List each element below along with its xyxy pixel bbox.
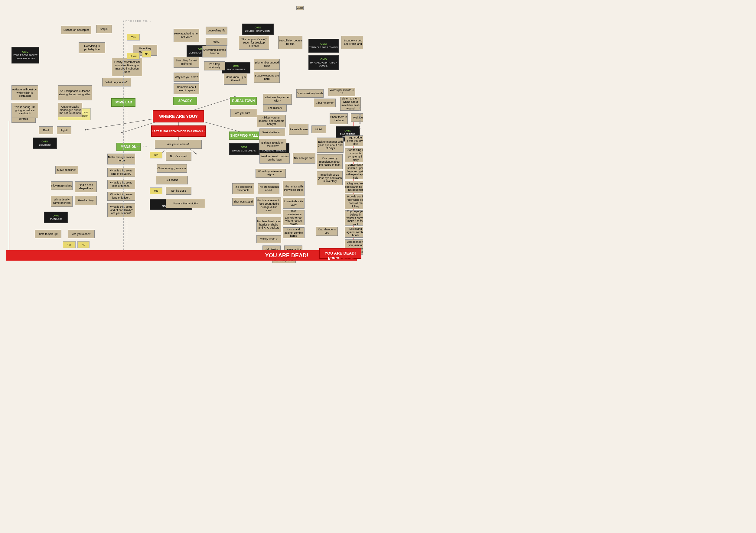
seek-shelter-node: Seek shelter at... — [259, 128, 285, 136]
what-ladder-node: What is this, some kind of ladder? — [107, 192, 135, 201]
what-tunnel-node: What is this, some kind of tunnel? — [107, 180, 135, 189]
no-alone-node: No — [77, 241, 90, 248]
barn-node: Are you in a barn? — [155, 140, 202, 149]
meh-node: Meh... — [206, 38, 228, 46]
provide-comic-node: Provide comic relief while cop does all … — [345, 194, 363, 209]
proceed-line-1 — [123, 20, 124, 250]
conveniently-stumble-node: Conveniently stumble upon large iron gat… — [345, 164, 363, 179]
what-trolly-node: What is this, some kind of hand trolly? … — [107, 203, 135, 217]
motel-node: Motel — [311, 125, 326, 133]
love-life-node: Love of my life — [206, 27, 228, 35]
cop-abandons-node: Cop abandons you — [316, 227, 338, 236]
endearing-couple-node: The endearing old couple — [232, 183, 254, 194]
military-node: The military — [263, 104, 287, 112]
marty-node: You are Marty McFly — [166, 199, 205, 208]
activate-self-destruct-node: Activate self-destruct while villain is … — [12, 85, 38, 100]
barricade-node: Barricade selves in food court, defile O… — [256, 197, 281, 214]
talk-manager-node: Talk to manager with glass eye about End… — [317, 138, 343, 153]
where-are-you-node: WHERE ARE YOU? — [153, 110, 204, 122]
no-shed-node: No, it's a shed — [166, 152, 191, 161]
totally-worth-node: Totally worth it — [256, 235, 281, 243]
janitor-node: The janitor with the walkie-talkie — [283, 181, 305, 196]
dont-want-zombies-node: We don't want zombies on the lawn — [259, 153, 290, 164]
proceed-to-label-1: PROCEED TO... — [125, 20, 151, 22]
zombie-consumers-node: OMG ZOMBIE CONSUMERS! — [229, 143, 259, 155]
parents-house-node: Parents' house — [289, 124, 309, 135]
escape-helicopter-node: Escape on helicopter — [61, 26, 91, 34]
cut-preachy-node: Cut to preachy monologue about the natur… — [58, 103, 82, 117]
omg-zombies1-node: OMG ZOMBIES! — [33, 138, 57, 149]
its-trap-node: It's a trap, obviously — [204, 61, 225, 70]
read-diary-node: Read a diary — [75, 196, 97, 205]
fleshy-monsters-node: Fleshy, asymmetrical monsters floating i… — [112, 58, 142, 76]
fight-node: Fight! — [57, 126, 71, 134]
zombie-honeymoon-node: OMG ZOMBIE HONEYMOON! — [242, 24, 274, 35]
dreamcast-node: Dreamcast keyboards — [296, 89, 324, 98]
disgraced-cop-node: Disgraced ex-cop searching for his daugh… — [345, 181, 363, 193]
flowchart-page: WHERE ARE YOU? LAST THING I REMEMBER IS … — [0, 0, 363, 263]
zombie-lawn-node: Is that a zombie on the lawn? — [259, 139, 286, 150]
listen-life-node: Listen to his life story — [283, 198, 305, 209]
uh-oh-node: Uh-oh — [127, 53, 140, 60]
start-feeling-node: Start feeling ill, chronicle symptoms in… — [345, 148, 363, 162]
space-zombies-node: OMG SPACE ZOMBIES! — [222, 62, 250, 73]
are-you-with-node: Are you with... — [230, 109, 257, 117]
is1943-node: Is it 1943? — [156, 176, 188, 184]
last-stand1-node: Last stand against zombie horde — [345, 227, 363, 238]
shopping-mall-node: SHOPPING MALL — [229, 131, 259, 140]
listen-whine-node: Listen to them whine about inevitable fl… — [340, 97, 361, 111]
omg-puzzles-node: OMG PUZZLES! — [44, 212, 68, 223]
no-escaped-node: No — [142, 51, 151, 57]
time-split-node: Time to split up! — [35, 230, 61, 238]
who-team-up-node: Who do you team up with? — [256, 169, 286, 178]
yes-escaped-node: Yes — [127, 34, 140, 40]
you-are-dead-bar: YOU ARE DEAD! — [6, 250, 357, 261]
set-collision-node: Set collision course for sun — [278, 36, 302, 49]
what-see-node: What do you see? — [102, 78, 131, 87]
yes-barn-node: Yes — [150, 152, 162, 158]
zombie-boss-rocket-node: OMG ZOMBIE BOSS ROCKET LAUNCHER FIGHT! — [12, 47, 39, 64]
words-per-min-node: Words per minute < 13 — [328, 88, 355, 96]
run-node: Run! — [39, 126, 53, 134]
space-weapons-node: Space weapons are hard — [254, 72, 280, 83]
last-stand2-node: Last stand against zombie horde — [283, 227, 305, 238]
answering-distress-node: Answering distress beacon — [202, 46, 227, 57]
shoot-face-node: Shoot them in the face — [330, 113, 348, 124]
yes1943-node: Yes — [150, 187, 162, 194]
move-bookshelf-node: Move bookshelf — [55, 166, 78, 174]
dismember-node: Dismember undead crew — [254, 59, 280, 70]
what-armed-node: What are they armed with? — [263, 94, 292, 105]
guns-node: Guns — [296, 6, 304, 10]
not-enough-sun-node: Not enough sun! — [293, 153, 315, 164]
boring-sandwich-node: This is boring, I'm going to make a sand… — [12, 103, 38, 118]
tentacle-boss-node: OMG TENTACLE BOSS ZOMBIE! — [309, 39, 339, 53]
spacey-node: SPACEY — [173, 97, 197, 105]
take-tunnels-node: Take maintenance tunnels to roof where r… — [283, 210, 305, 225]
how-attached-node: How attached to her are you? — [174, 29, 199, 42]
sgt-fodder-node: Sgt. Fodder gives you love bite — [345, 135, 363, 146]
cop-helps-node: Cop helps you believe in yourself as you… — [345, 210, 363, 226]
its-not-you-node: "It's not you, it's me," reach for break… — [239, 36, 269, 50]
heart-key-node: Find a heart shaped key — [75, 181, 97, 192]
unskippable-node: An unskippable cutscene starring the rec… — [58, 85, 92, 100]
naked-zombie-node: OMG I'M NAKED AND THAT'S A ZOMBIE! — [309, 55, 339, 70]
complain-space-node: Complain about being in space — [174, 83, 199, 94]
biker-node: A biker, veteran, student, and systems a… — [257, 115, 286, 127]
searching-gf-node: Searching for lost girlfriend — [174, 57, 199, 68]
battle-horde-node: Battle through zombie horde — [107, 154, 135, 165]
cue-preachy-node: Cue preachy monologue about the nature o… — [317, 154, 343, 169]
that-was-stupid-node: That was stupid — [232, 198, 254, 205]
close-enough-node: Close enough, wise ass — [157, 164, 187, 173]
escape-pod-node: Escape via pod and crash land — [341, 36, 363, 49]
play-piano-node: Play magic piano — [51, 181, 72, 190]
no-armor-node: ...but no armor — [314, 98, 336, 107]
proceed-to-label-right: PROCEED TO... — [359, 103, 361, 128]
i-dont-know-node: I don't know, I just thawed — [224, 73, 247, 85]
no1955-node: No, it's 1955 — [166, 187, 191, 195]
proceed-to-label-2: PROCEED TO... — [125, 145, 151, 148]
are-alone-node: Are you alone? — [68, 230, 94, 238]
what-elevator-node: What is this, some kind of elevator? — [107, 168, 135, 177]
everything-fine-node: Everything is probably fine — [79, 42, 105, 53]
why-here-node: Why are you here? — [174, 72, 199, 82]
win-chess-node: Win a deadly game of chess — [51, 196, 72, 207]
